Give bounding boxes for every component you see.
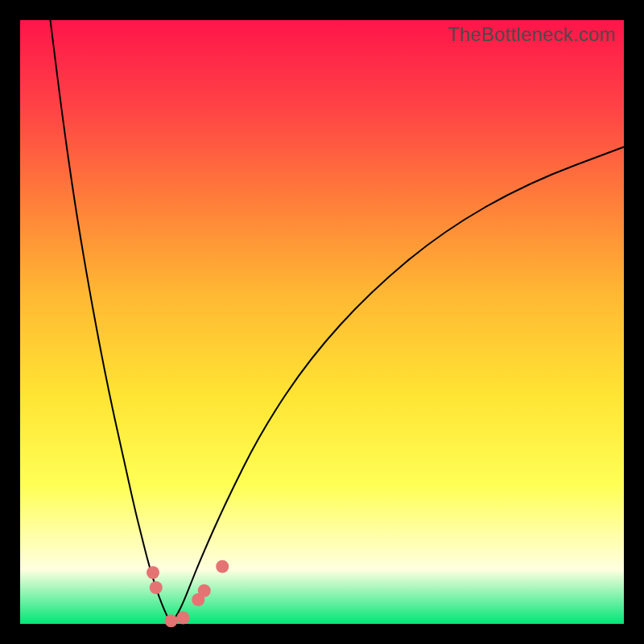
chart-plot-area: TheBottleneck.com [20,20,624,624]
data-point [216,560,229,573]
data-point [165,614,178,627]
data-point [177,612,190,625]
bottleneck-curve [20,20,624,624]
curve-right-branch [171,147,625,625]
data-point [147,566,159,579]
data-point [198,584,211,597]
curve-left-branch [51,20,171,624]
data-point [150,581,163,594]
